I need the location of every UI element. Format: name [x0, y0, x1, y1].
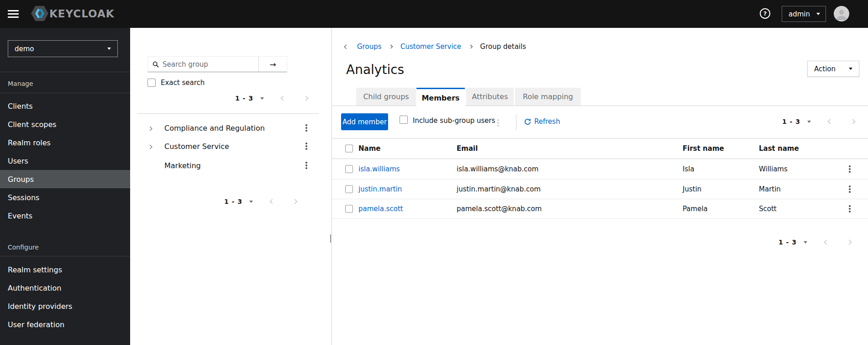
keycloak-hexagon-icon — [31, 5, 48, 22]
angle-right-icon — [850, 119, 855, 124]
group-tree-item[interactable]: Compliance and Regulation — [164, 124, 265, 133]
angle-right-icon — [292, 199, 297, 204]
row-kebab-menu-icon[interactable] — [847, 203, 852, 214]
avatar[interactable] — [834, 6, 849, 21]
caret-down-icon — [804, 241, 807, 244]
exact-search-checkbox[interactable] — [147, 79, 156, 87]
breadcrumb-current: Group details — [480, 42, 526, 51]
prev-page-button[interactable] — [268, 198, 276, 205]
search-submit-button[interactable]: → — [258, 57, 287, 72]
breadcrumb-link-groups[interactable]: Groups — [357, 42, 381, 51]
action-dropdown-button[interactable]: Action — [807, 61, 859, 77]
sidebar-item-client-scopes[interactable]: Client scopes — [0, 115, 130, 133]
sidebar-item-groups[interactable]: Groups — [0, 170, 130, 188]
next-page-button[interactable] — [846, 239, 853, 246]
sidebar-item-identity-providers[interactable]: Identity providers — [0, 297, 130, 315]
angle-right-icon — [303, 96, 308, 101]
kebab-menu-icon[interactable] — [304, 141, 309, 152]
row-checkbox[interactable] — [345, 205, 353, 213]
realm-selector[interactable]: demo — [8, 40, 118, 57]
tree-row-compliance: Compliance and Regulation — [130, 119, 331, 137]
member-name-link[interactable]: isla.williams — [358, 165, 400, 173]
sidebar-item-authentication[interactable]: Authentication — [0, 279, 130, 297]
next-page-button[interactable] — [302, 95, 310, 102]
pagination-range-dropdown[interactable]: 1 - 3 — [235, 95, 264, 102]
row-checkbox[interactable] — [345, 165, 353, 173]
caret-down-icon — [107, 48, 111, 50]
column-header-name: Name — [358, 144, 380, 153]
row-checkbox[interactable] — [345, 186, 353, 193]
action-label: Action — [814, 65, 836, 73]
prev-page-button[interactable] — [826, 118, 834, 125]
include-subgroups-checkbox[interactable] — [400, 116, 408, 124]
next-page-button[interactable] — [849, 118, 857, 125]
tab-role-mapping[interactable]: Role mapping — [515, 88, 581, 106]
tab-bar: Child groups Members Attributes Role map… — [332, 88, 868, 106]
brand-logo[interactable]: KEYCLOAK — [31, 5, 115, 22]
sidebar-item-realm-settings[interactable]: Realm settings — [0, 260, 130, 279]
member-name-link[interactable]: pamela.scott — [358, 205, 403, 213]
pagination-range: 1 - 3 — [782, 118, 800, 125]
include-subgroups-label: Include sub-group users — [413, 117, 495, 125]
toolbar-kebab-menu-icon[interactable] — [495, 117, 501, 128]
page-title: Analytics — [346, 62, 404, 77]
expand-toggle-icon[interactable] — [148, 143, 152, 150]
tree-row-marketing: Marketing — [130, 156, 331, 175]
sidebar-item-users[interactable]: Users — [0, 152, 130, 170]
expand-toggle-icon[interactable] — [148, 125, 152, 132]
help-icon[interactable]: ? — [760, 8, 770, 19]
realm-selected-label: demo — [15, 45, 34, 53]
divider — [0, 72, 130, 72]
divider — [0, 93, 130, 93]
row-kebab-menu-icon[interactable] — [847, 184, 852, 195]
refresh-button[interactable]: Refresh — [524, 117, 560, 126]
add-member-button[interactable]: Add member — [341, 113, 388, 130]
tab-members[interactable]: Members — [416, 88, 465, 106]
exact-search-label: Exact search — [161, 79, 205, 87]
hamburger-icon[interactable] — [8, 10, 19, 18]
sidebar-item-user-federation[interactable]: User federation — [0, 315, 130, 334]
sidebar-item-realm-roles[interactable]: Realm roles — [0, 133, 130, 152]
pagination-range-dropdown[interactable]: 1 - 3 — [782, 118, 811, 125]
prev-page-button[interactable] — [823, 239, 830, 246]
sidebar-item-clients[interactable]: Clients — [0, 97, 130, 115]
row-kebab-menu-icon[interactable] — [847, 164, 852, 175]
tab-attributes[interactable]: Attributes — [466, 88, 514, 106]
table-row: justin.martin justin.martin@knab.com Jus… — [332, 180, 868, 199]
groups-tree-panel: → Exact search 1 - 3 Compliance and Regu… — [130, 28, 331, 345]
member-last-name: Martin — [759, 185, 781, 193]
search-icon — [153, 61, 159, 68]
group-tree-item[interactable]: Marketing — [164, 161, 201, 170]
prev-page-button[interactable] — [279, 95, 287, 102]
member-name-link[interactable]: justin.martin — [358, 185, 402, 193]
pagination-range-dropdown[interactable]: 1 - 3 — [779, 239, 807, 246]
caret-down-icon — [849, 68, 852, 70]
sidebar-item-events[interactable]: Events — [0, 207, 130, 225]
user-menu-dropdown[interactable]: admin — [782, 6, 826, 22]
user-menu-label: admin — [789, 10, 810, 18]
pagination-range-dropdown[interactable]: 1 - 3 — [224, 198, 253, 205]
kebab-menu-icon[interactable] — [304, 160, 309, 171]
group-tree-item[interactable]: Customer Service — [164, 142, 229, 151]
caret-down-icon — [260, 97, 264, 100]
sidebar-nav: demo Manage Clients Client scopes Realm … — [0, 28, 130, 345]
sidebar-item-sessions[interactable]: Sessions — [0, 188, 130, 207]
divider — [137, 113, 319, 114]
angle-left-icon — [280, 96, 285, 101]
divider — [0, 256, 130, 256]
nav-section-manage: Manage — [8, 80, 33, 87]
select-all-checkbox[interactable] — [345, 144, 353, 152]
kebab-menu-icon[interactable] — [304, 122, 309, 133]
chevron-right-icon — [469, 45, 473, 48]
breadcrumb-link-customer-service[interactable]: Customer Service — [400, 42, 461, 51]
tab-child-groups[interactable]: Child groups — [356, 88, 416, 106]
column-header-email: Email — [457, 144, 478, 153]
table-header-row: Name Email First name Last name — [332, 138, 868, 159]
member-email: isla.williams@knab.com — [457, 165, 538, 173]
group-search-input[interactable] — [159, 57, 258, 72]
next-page-button[interactable] — [291, 198, 299, 205]
member-email: pamela.scott@knab.com — [457, 205, 542, 213]
column-header-last-name: Last name — [759, 144, 799, 153]
breadcrumb-back-icon[interactable] — [344, 42, 349, 51]
member-last-name: Scott — [759, 205, 777, 213]
